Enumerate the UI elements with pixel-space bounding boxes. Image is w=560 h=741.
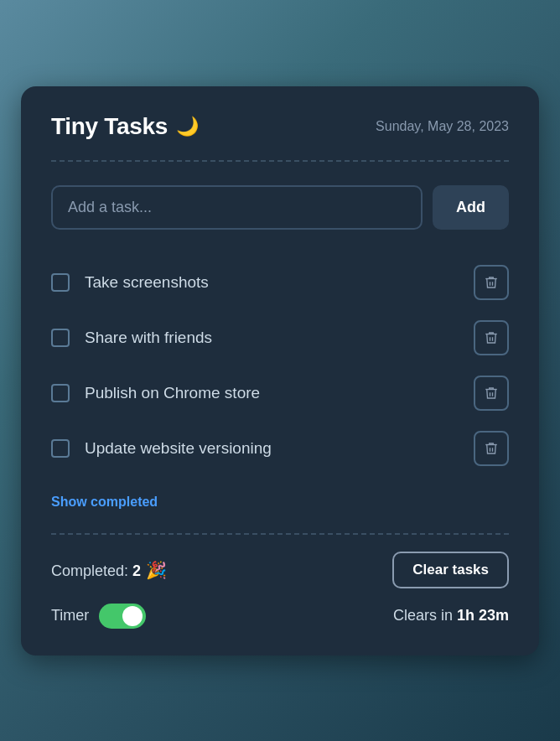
trash-icon-3 [484,386,499,401]
task-checkbox-4[interactable] [51,439,70,458]
timer-left: Timer [51,604,146,629]
task-left: Update website versioning [51,439,272,458]
input-row: Add [51,185,509,230]
task-left: Share with friends [51,329,212,347]
footer-bottom-row: Timer Clears in 1h 23m [51,604,509,629]
task-checkbox-3[interactable] [51,384,70,402]
timer-label: Timer [51,607,89,624]
header-left: Tiny Tasks 🌙 [51,113,199,140]
task-input[interactable] [51,185,423,230]
task-label-2: Share with friends [85,329,212,347]
delete-button-1[interactable] [474,265,509,300]
task-label-4: Update website versioning [85,439,272,458]
moon-icon: 🌙 [176,116,199,137]
footer-top-row: Completed: 2🎉 Clear tasks [51,552,509,588]
completed-prefix: Completed: [51,562,132,579]
task-row: Update website versioning [51,422,509,474]
completed-count: 2 [132,562,141,579]
add-button[interactable]: Add [433,185,509,230]
clears-prefix: Clears in [393,607,457,624]
app-card: Tiny Tasks 🌙 Sunday, May 28, 2023 Add Ta… [21,86,539,656]
delete-button-3[interactable] [474,376,509,411]
trash-icon-4 [484,441,499,456]
footer: Completed: 2🎉 Clear tasks Timer Clears i… [51,552,509,629]
header: Tiny Tasks 🌙 Sunday, May 28, 2023 [51,113,509,140]
party-emoji: 🎉 [146,561,167,579]
bottom-divider [51,533,509,535]
task-checkbox-2[interactable] [51,329,70,347]
task-left: Publish on Chrome store [51,384,260,402]
task-row: Take screenshots [51,256,509,308]
show-completed-button[interactable]: Show completed [51,495,158,510]
task-left: Take screenshots [51,273,209,292]
task-label-1: Take screenshots [85,273,209,292]
task-label-3: Publish on Chrome store [85,384,260,402]
delete-button-4[interactable] [474,431,509,466]
date-display: Sunday, May 28, 2023 [376,119,509,134]
delete-button-2[interactable] [474,320,509,355]
trash-icon-1 [484,275,499,290]
task-row: Publish on Chrome store [51,367,509,419]
app-title: Tiny Tasks [51,113,168,140]
timer-toggle[interactable] [99,604,146,629]
trash-icon-2 [484,330,499,345]
task-list: Take screenshots Share with friends [51,256,509,474]
clears-time: 1h 23m [457,607,509,624]
task-row: Share with friends [51,312,509,364]
clear-tasks-button[interactable]: Clear tasks [392,552,509,588]
top-divider [51,160,509,162]
completed-info: Completed: 2🎉 [51,560,167,580]
toggle-slider [99,604,146,629]
task-checkbox-1[interactable] [51,273,70,292]
clears-info: Clears in 1h 23m [393,607,509,624]
